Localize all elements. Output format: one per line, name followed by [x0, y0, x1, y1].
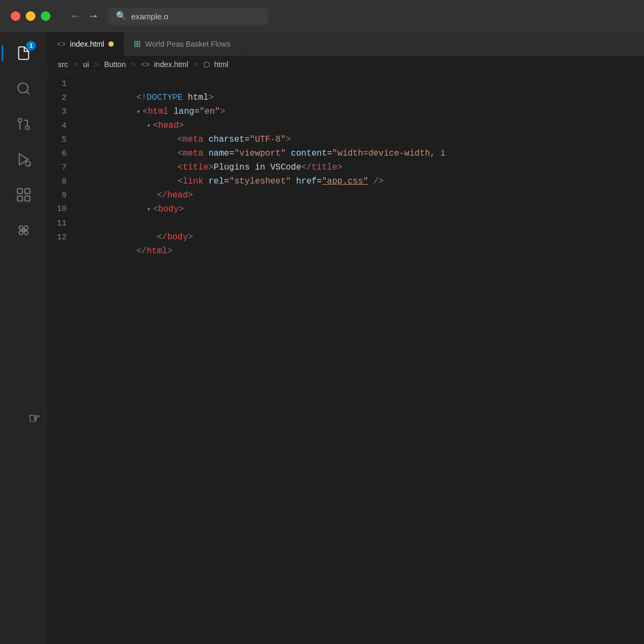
- code-editor[interactable]: 1 <!DOCTYPE html> 2 ▾<html lang="en"> 3 …: [47, 72, 644, 644]
- code-line-1: 1 <!DOCTYPE html>: [47, 77, 644, 91]
- html-file-icon: <>: [57, 40, 65, 48]
- activity-bar: 1: [0, 32, 47, 644]
- svg-rect-9: [25, 188, 30, 193]
- tab-modified-indicator: [108, 41, 114, 47]
- svg-point-16: [23, 229, 25, 232]
- grid-icon: ⊞: [134, 39, 141, 49]
- back-button[interactable]: ←: [72, 10, 79, 23]
- svg-rect-8: [17, 188, 22, 193]
- code-line-5: 5 <meta name="viewport" content="width=d…: [47, 133, 644, 147]
- address-text: example.o: [131, 12, 168, 21]
- minimize-button[interactable]: [26, 11, 35, 21]
- sidebar-item-figma[interactable]: [8, 215, 39, 246]
- address-bar[interactable]: 🔍 example.o: [107, 8, 268, 25]
- svg-rect-11: [25, 196, 30, 201]
- sidebar-item-run[interactable]: [8, 144, 39, 175]
- navigation-buttons: ← →: [72, 10, 97, 23]
- breadcrumb-ui[interactable]: ui: [83, 60, 89, 69]
- svg-line-1: [26, 91, 29, 94]
- svg-marker-5: [19, 154, 28, 165]
- maximize-button[interactable]: [41, 11, 50, 21]
- tab-bar: <> index.html ⊞ World Peas Basket Flows: [47, 32, 644, 56]
- main-layout: 1: [0, 32, 644, 644]
- sidebar-item-explorer[interactable]: 1: [8, 38, 39, 69]
- code-line-9: 9 ▾<body>: [47, 188, 644, 202]
- code-line-10: 10: [47, 202, 644, 216]
- tab-index-html[interactable]: <> index.html: [47, 32, 124, 56]
- forward-button[interactable]: →: [90, 10, 97, 23]
- code-line-8: 8 </head>: [47, 174, 644, 188]
- title-bar: ← → 🔍 example.o: [0, 0, 644, 32]
- code-line-4: 4 <meta charset="UTF-8">: [47, 119, 644, 133]
- code-line-3: 3 ▾<head>: [47, 105, 644, 119]
- traffic-lights: [11, 11, 50, 21]
- svg-point-0: [18, 83, 28, 93]
- sidebar-item-source-control[interactable]: [8, 108, 39, 140]
- tab-label-index: index.html: [70, 40, 104, 48]
- breadcrumb: src > ui > Button > <> index.html > ⬡ ht…: [47, 56, 644, 72]
- code-line-2: 2 ▾<html lang="en">: [47, 91, 644, 105]
- tab-label-world-peas: World Peas Basket Flows: [145, 40, 230, 48]
- search-icon: 🔍: [116, 11, 127, 21]
- svg-line-7: [28, 164, 30, 165]
- explorer-badge: 1: [26, 41, 36, 50]
- svg-point-2: [26, 126, 30, 130]
- sidebar-item-search[interactable]: [8, 73, 39, 104]
- svg-point-3: [18, 119, 22, 122]
- code-line-6: 6 <title>Plugins in VSCode</title>: [47, 147, 644, 160]
- breadcrumb-src[interactable]: src: [58, 60, 68, 69]
- breadcrumb-html[interactable]: html: [214, 60, 228, 69]
- code-line-11: 11 </body>: [47, 216, 644, 230]
- breadcrumb-html-icon: ⬡: [203, 60, 210, 69]
- breadcrumb-file-icon: <>: [141, 60, 150, 69]
- editor-area: <> index.html ⊞ World Peas Basket Flows …: [47, 32, 644, 644]
- sidebar-item-extensions[interactable]: [8, 179, 39, 210]
- code-line-12: 12 </html>: [47, 230, 644, 244]
- tab-world-peas[interactable]: ⊞ World Peas Basket Flows: [124, 32, 240, 56]
- code-line-7: 7 <link rel="stylesheet" href="app.css" …: [47, 160, 644, 174]
- svg-rect-10: [17, 196, 22, 201]
- breadcrumb-button[interactable]: Button: [104, 60, 126, 69]
- close-button[interactable]: [11, 11, 20, 21]
- breadcrumb-index-html[interactable]: index.html: [154, 60, 188, 69]
